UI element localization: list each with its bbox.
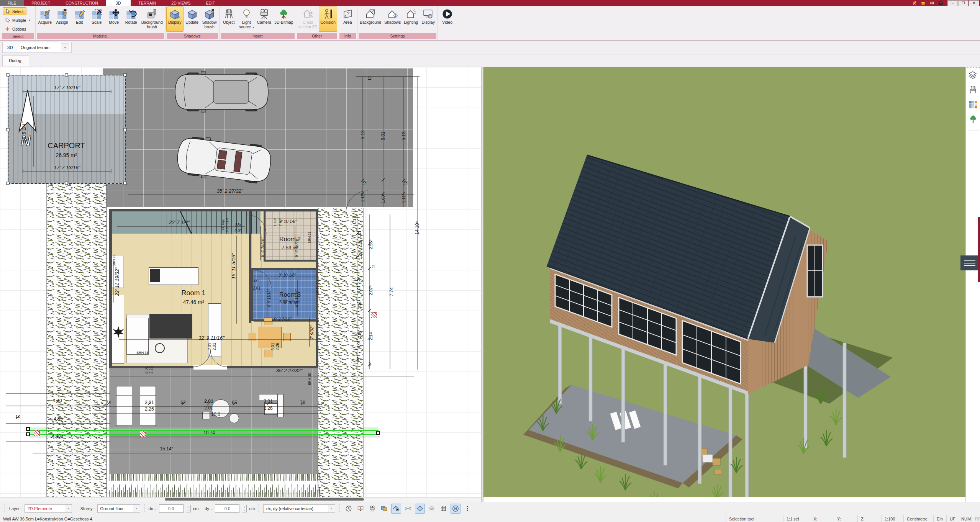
acquire-button[interactable]: Acquire [36,7,54,32]
tile-select-icon[interactable] [415,504,425,514]
menu-tab-construction[interactable]: CONSTRUCTION [58,0,106,6]
horizontal-scrollbar-thumb[interactable] [165,498,364,501]
panel-grip-handle[interactable] [960,255,978,270]
selected-wall-line[interactable] [30,434,379,435]
menu-tab-file[interactable]: FILE [0,0,24,6]
selected-wall-line[interactable] [30,430,379,431]
menu-tab-2d-views[interactable]: 2D VIEWS [164,0,198,6]
materials-palette-icon[interactable] [969,100,978,109]
roof-select-icon[interactable] [391,504,401,514]
options-button[interactable]: Options [3,25,29,33]
button-label: 3D-Bitmap [274,20,293,25]
plan-2d-view[interactable]: N [0,67,481,502]
3d-bitmap-button[interactable]: 3D-Bitmap [273,7,295,32]
background-button[interactable]: Backgroundbrush [140,7,164,32]
multiple-button[interactable]: Multiple▾ [3,16,33,24]
dimension-label: 7.74 [389,287,394,296]
screen-icon[interactable] [929,0,935,6]
dy-stepper[interactable]: ▲▼ [242,505,247,512]
shadows-button[interactable]: Shadows [383,7,402,32]
help-icon[interactable]: ? [937,0,944,6]
layer-waves-icon[interactable] [427,504,437,514]
area-button[interactable]: ?Area [339,7,356,32]
tiles-rotate-icon [126,8,137,20]
grass-fringe [109,474,320,498]
menu-tab-edit[interactable]: EDIT [198,0,223,6]
display-button[interactable]: Display [166,7,184,32]
video-button[interactable]: Video [439,7,456,32]
shadow-button[interactable]: Shadowbrush [201,7,218,32]
multi-cursor-icon [5,17,10,23]
scale-button[interactable]: Scale [88,7,105,32]
ribbon-group-shadows: DisplayUpdateShadowbrushShadows [166,6,220,40]
status-cell-uf: UF [946,515,958,522]
status-cell-1-1-sel: 1:1 sel [783,515,810,522]
plants-tree-icon[interactable] [969,115,978,124]
chevron-down-icon[interactable]: ▾ [65,505,72,512]
menu-tab-3d[interactable]: 3D [106,0,131,6]
package-icon[interactable] [920,0,926,6]
layers-icon[interactable] [969,71,978,80]
chevron-down-icon[interactable]: ▾ [61,43,69,51]
button-label: Edit [76,20,83,25]
house-shadow-icon [387,8,398,20]
light-button[interactable]: Lightsource ▾ [238,7,256,32]
select-button[interactable]: Select [3,7,26,15]
sidebar-scroll-thumb[interactable] [978,217,980,282]
clock-icon[interactable] [344,504,354,514]
chevron-down-icon[interactable]: ▾ [328,505,335,512]
grid-icon[interactable] [439,504,449,514]
plus-orange-icon [5,26,10,32]
camera-button[interactable]: Camera [256,7,273,32]
terrace-stool [202,412,210,419]
view-3d[interactable] [483,67,965,502]
minimize-button[interactable]: – [947,0,958,6]
selection-handle[interactable] [376,431,380,435]
cross-beams-icon[interactable] [403,504,413,514]
north-arrow-icon[interactable]: N [451,504,461,514]
menu-tab-project[interactable]: PROJECT [24,0,58,6]
dy-input[interactable]: 0.0 [215,504,239,513]
display-button[interactable]: Display [420,7,437,32]
selection-handle[interactable] [26,427,30,431]
image-stack-icon[interactable] [379,504,389,514]
ribbon-group-caption: Info [339,33,356,39]
layer-select[interactable]: 2D-Elemente ▾ [25,504,72,513]
tiles-scale-icon [91,8,102,20]
assign-button[interactable]: Assign [54,7,71,32]
dimension-label: 90⁵ [356,357,360,362]
background-button[interactable]: Background [358,7,383,32]
dx-stepper[interactable]: ▲▼ [186,505,191,512]
button-label: Area [343,20,352,25]
cross-button[interactable]: Crosssection 3D [297,7,319,32]
storey-label: Storey : [80,506,95,511]
selection-handle[interactable] [26,432,30,436]
edit-button[interactable]: Edit [71,7,88,32]
dx-input[interactable]: 0.0 [159,504,184,513]
terrain-select[interactable]: Original terrain ▾ [18,43,69,52]
object-button[interactable]: Object [220,7,238,32]
dimension-label: 1.13 [352,216,357,224]
button-label: Backgroundbrush [141,20,163,29]
monitor-star-icon[interactable] [356,504,365,514]
close-button[interactable]: ✕ [969,0,979,6]
button-label: Object [223,20,234,25]
status-cells: Selection tool1:1 selX:Y:Z:1:100Centimet… [726,515,980,522]
collision-button[interactable]: Collision [319,7,337,32]
chevron-down-icon[interactable]: ▾ [133,505,140,512]
rotate-button[interactable]: Rotate [123,7,140,32]
dimension-label: 12 [15,414,20,419]
restore-button[interactable]: ❐ [958,0,969,6]
update-button[interactable]: Update [184,7,201,32]
camera-record-icon[interactable] [367,504,377,514]
objects-chair-icon[interactable] [969,85,978,95]
dialog-label: Dialog: [9,58,23,63]
tools-icon[interactable] [911,0,918,6]
move-button[interactable]: Move [105,7,123,32]
more-kebab-icon[interactable] [462,504,472,514]
lighting-button[interactable]: Lighting [402,7,420,32]
ribbon-buttons: Crosssection 3DCollision [297,7,337,33]
coordinate-mode-select[interactable]: dx, dy (relative cartesian) ▾ [263,504,335,513]
menu-tab-terrain[interactable]: TERRAIN [131,0,164,6]
storey-select[interactable]: Ground floor ▾ [97,504,140,513]
